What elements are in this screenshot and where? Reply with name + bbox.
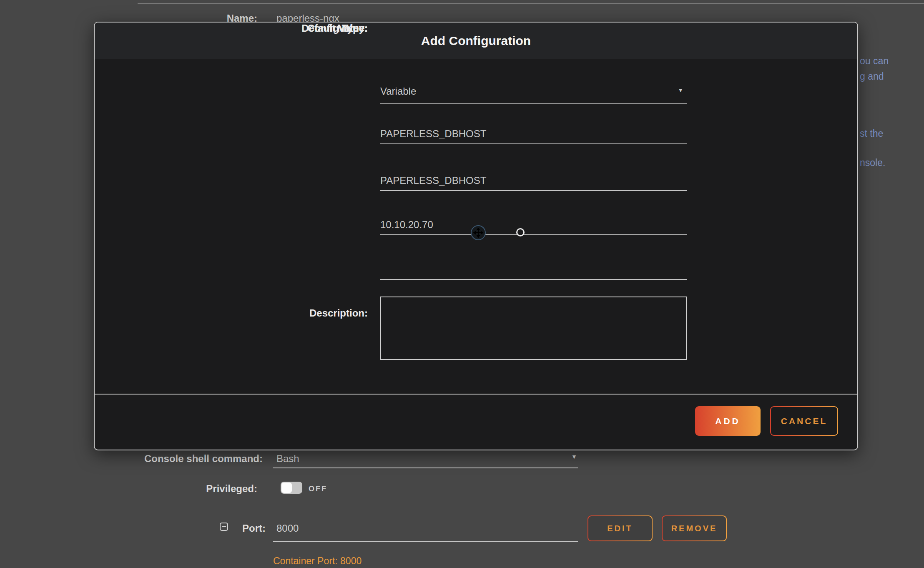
help-text-fragment: g and [860,71,884,82]
edit-button[interactable]: EDIT [588,515,653,541]
name-input[interactable] [380,124,687,143]
console-shell-underline [273,467,578,468]
toggle-knob [281,483,292,493]
config-type-select[interactable]: Variable ▼ [380,84,687,104]
key-field-box [380,171,687,191]
move-cursor-icon [471,225,486,240]
default-value-input[interactable] [380,260,687,279]
console-shell-command-select[interactable]: Bash [276,453,299,465]
privileged-toggle[interactable] [281,482,302,494]
pointer-dot-icon [516,228,525,236]
console-shell-command-label: Console shell command: [108,453,263,465]
cancel-button[interactable]: CANCEL [770,406,838,436]
key-input[interactable] [380,171,687,190]
chevron-down-icon: ▼ [678,87,683,93]
description-textarea[interactable] [380,297,687,360]
help-text-fragment: ou can [860,55,889,67]
privileged-label: Privileged: [142,483,257,495]
help-text-fragment: nsole. [860,157,885,168]
add-button[interactable]: ADD [695,406,761,436]
value-input[interactable] [380,215,687,234]
collapse-minus-icon[interactable] [220,523,228,531]
footer-divider [95,394,857,395]
port-underline [273,541,578,542]
default-value-field-box [380,260,687,280]
value-field-box [380,215,687,235]
remove-button[interactable]: REMOVE [662,515,727,541]
background-panel-divider [138,3,924,4]
chevron-down-icon: ▼ [571,453,577,460]
default-value-label: Default Value: [120,23,368,34]
config-type-value: Variable [380,84,687,98]
port-label: Port: [234,523,266,534]
name-field-box [380,124,687,144]
page: Name: paperless-ngx ou can g and st the … [0,0,924,568]
description-label: Description: [120,307,368,319]
privileged-state-text: OFF [309,485,327,493]
help-text-fragment: st the [860,128,883,139]
port-value: 8000 [276,523,299,534]
container-port-note: Container Port: 8000 [273,555,362,567]
